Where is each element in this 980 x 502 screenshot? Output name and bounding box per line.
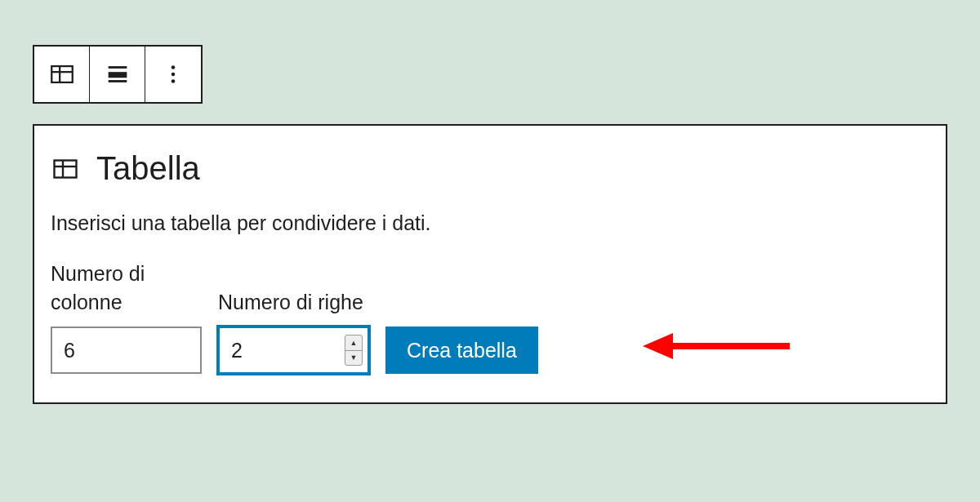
svg-rect-5 <box>108 80 127 82</box>
align-button[interactable] <box>90 47 145 102</box>
svg-rect-0 <box>51 66 73 82</box>
annotation-arrow-icon <box>639 330 794 362</box>
rows-stepper: ▲ ▼ <box>345 335 363 366</box>
rows-decrement[interactable]: ▼ <box>345 351 362 366</box>
svg-rect-9 <box>55 160 77 177</box>
block-description: Inserisci una tabella per condividere i … <box>51 211 929 235</box>
block-toolbar <box>33 45 203 104</box>
columns-label: Numero di colonne <box>51 260 198 317</box>
rows-label: Numero di righe <box>218 288 365 317</box>
svg-point-6 <box>172 65 176 69</box>
table-block-placeholder: Tabella Inserisci una tabella per condiv… <box>33 124 947 404</box>
table-icon <box>51 154 80 184</box>
create-table-button[interactable]: Crea tabella <box>385 327 538 374</box>
columns-input[interactable] <box>51 327 202 374</box>
svg-point-8 <box>172 79 176 83</box>
table-icon <box>48 60 76 88</box>
align-icon <box>104 60 131 88</box>
svg-rect-4 <box>108 72 127 78</box>
more-options-button[interactable] <box>145 47 201 102</box>
svg-point-7 <box>172 73 176 77</box>
svg-rect-3 <box>108 66 127 69</box>
more-vertical-icon <box>159 60 187 88</box>
table-block-icon-button[interactable] <box>34 47 90 102</box>
block-title: Tabella <box>96 150 200 187</box>
rows-increment[interactable]: ▲ <box>345 335 362 351</box>
svg-marker-13 <box>643 333 673 359</box>
